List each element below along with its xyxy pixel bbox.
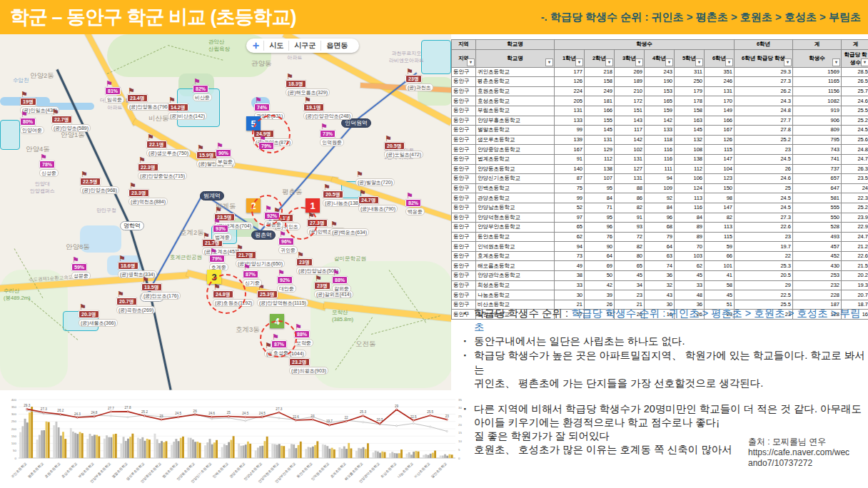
flag-icon: ⚑ [40, 154, 47, 161]
table-row[interactable]: 동안구호성초등학교20518117216517817024.3108224.6 [452, 96, 868, 106]
map-level-0[interactable]: 시도 [263, 41, 288, 51]
table-cell: 동안구 [452, 145, 476, 155]
filter-dropdown-icon[interactable]: ▾ [832, 59, 840, 66]
elementary-school-marker[interactable]: ⚑20.5명(공)포일초(472) [384, 136, 423, 158]
table-cell: 62 [555, 232, 585, 242]
table-col-header: 4학년▾ [645, 49, 675, 67]
map-level-1[interactable]: 시구군 [288, 41, 321, 51]
filter-dropdown-icon[interactable]: ▾ [861, 59, 868, 66]
filter-dropdown-icon[interactable]: ▾ [784, 59, 792, 66]
flag-icon: ⚑ [330, 221, 338, 228]
elementary-school-marker[interactable]: ⚑22.1명(공)샘모루초(750) [146, 134, 191, 157]
middle-school-marker[interactable]: ⚑93%범계중 [213, 218, 232, 241]
table-row[interactable]: 동안구호원초등학교22424921015317913126.2115625.7 [452, 86, 868, 96]
station-label[interactable]: 범계역 [200, 191, 224, 200]
table-cell: 66 [705, 251, 735, 261]
elementary-school-marker[interactable]: ⚑20.3명(공)새울초(366) [79, 304, 118, 327]
elementary-school-marker[interactable]: ⚑20.7명(공)곡란초(269) [116, 291, 156, 314]
table-row[interactable]: 동안구안양덕현초등학교97959196848227.355023.9 [452, 213, 868, 223]
middle-school-marker[interactable]: ⚑80%안양여중 [20, 111, 44, 134]
table-row[interactable]: 동안구부림초등학교13116615115915814924.891925.5 [452, 106, 868, 116]
svg-text:22.5: 22.5 [410, 415, 417, 419]
elementary-school-marker[interactable]: ⚑22.7명(공)안양초(589) [51, 109, 91, 132]
table-cell: 1569 [793, 67, 842, 77]
table-row[interactable]: 동안구평촌초등학교12615818919025024627.3116526.5 [452, 77, 868, 87]
svg-text:24.5: 24.5 [175, 412, 181, 415]
elementary-school-marker[interactable]: ⚑(공)벌말초(720) [355, 171, 395, 186]
middle-school-marker[interactable]: ⚑79%호계중 [209, 248, 228, 271]
table-row[interactable]: 동안구호계초등학교73648063103662245222.6 [452, 251, 868, 261]
filter-dropdown-icon[interactable]: ▾ [665, 59, 673, 66]
station-label[interactable]: 평촌역 [251, 230, 276, 240]
svg-text:23: 23 [311, 415, 315, 418]
elementary-school-marker[interactable]: ⚑23.4명(공)안양동초(796) [127, 88, 171, 111]
table-cell: 64 [645, 242, 675, 252]
table-row[interactable]: 동안구귀인초등학교17721826924331135129.3156928.5 [452, 67, 868, 77]
elementary-school-marker[interactable]: ⚑(공)백운초(634) [330, 221, 369, 236]
middle-school-marker[interactable]: ⚑82%백운중 [405, 193, 425, 215]
table-row[interactable]: 동안구민백초등학교7595881091241502564724 [452, 183, 868, 193]
filter-dropdown-icon[interactable]: ▾ [575, 59, 583, 66]
school-name-label: 안양여중 [20, 126, 44, 134]
map-level-control[interactable]: ✛ 시도시구군읍면동 [246, 39, 359, 53]
map-level-2[interactable]: 읍면동 [321, 41, 353, 51]
middle-school-marker[interactable]: ⚑90%부림중 [216, 143, 235, 166]
table-cell: 동안구 [452, 280, 476, 290]
highlight-circle [285, 207, 318, 240]
table-cell: 21.2 [842, 242, 868, 252]
table-row[interactable]: 동안구나눔초등학교30392343484522.522820.7 [452, 290, 868, 300]
middle-school-marker[interactable]: ⚑73%인덕원중 [320, 123, 344, 146]
table-row[interactable]: 동안구안양부흥초등학교13315514314216316627.790625.2 [452, 116, 868, 126]
table-row[interactable]: 동안구안양동초등학교1401381271111121042673726.3 [452, 164, 868, 174]
svg-text:0: 0 [15, 457, 17, 460]
middle-school-marker[interactable]: ⚑59%성문중 [71, 257, 91, 280]
svg-text:350: 350 [11, 405, 17, 409]
middle-school-marker[interactable]: ⚑81%임곡중 [105, 81, 124, 103]
table-row[interactable]: 동안구관양초등학교998486921139824.558122.3 [452, 193, 868, 203]
table-cell: 131 [615, 174, 645, 184]
table-row[interactable]: 동안구안양관악초등학교38504536454120.525320.2 [452, 271, 868, 281]
table-cell: 45 [675, 271, 705, 281]
table-row[interactable]: 동안구동안초등학교62767279891152349324.7 [452, 232, 868, 242]
filter-dropdown-icon[interactable]: ▾ [605, 59, 613, 66]
filter-dropdown-icon[interactable]: ▾ [725, 59, 733, 66]
table-row[interactable]: 동안구안양중앙초등학교1671291021161081152374324.8 [452, 145, 868, 155]
middle-school-marker[interactable]: ⚑82%비산중 [193, 78, 212, 101]
elementary-school-marker[interactable]: ⚑18.3명(공)해오름초(329) [286, 73, 330, 96]
elementary-school-marker[interactable]: ⚑22.5명(공)안양초(968) [80, 171, 119, 194]
elementary-school-marker[interactable]: ⚑18.6명(공)명학초(334) [118, 255, 157, 278]
elementary-school-marker[interactable]: ⚑23명(공)과천초 [405, 68, 433, 91]
elementary-school-marker[interactable]: ⚑23.3명(공)덕천초(884) [128, 183, 168, 205]
filter-dropdown-icon[interactable]: ▾ [635, 59, 643, 66]
school-name-label: 귀인중 [278, 246, 298, 254]
school-stats-table[interactable]: 지역학교명학생수6학년계계지역▾학교명▾1학년▾2학년▾3학년▾4학년▾5학년▾… [451, 39, 868, 320]
elementary-school-marker[interactable]: ⚑19.1명(공)안양관악초(248) [303, 97, 353, 120]
middle-school-marker[interactable]: ⚑78%신성중 [39, 154, 59, 177]
filter-dropdown-icon[interactable]: ▾ [467, 59, 475, 66]
middle-school-marker[interactable]: ⚑92%대안중 [277, 270, 296, 293]
table-row[interactable]: 동안구인덕원초등학교94908264705919.745721.2 [452, 242, 868, 252]
table-row[interactable]: 동안구안양신기초등학교871071319410612324.665723.5 [452, 174, 868, 184]
filter-dropdown-icon[interactable]: ▾ [545, 59, 553, 66]
elementary-school-marker[interactable]: ⚑24.7명(공)내동초(790) [358, 190, 398, 213]
middle-school-marker[interactable]: ⚑88%모락중 [294, 324, 313, 347]
table-cell: 41 [705, 271, 735, 281]
table-row[interactable]: 동안구안양남초등학교5271828411614724.555525.2 [452, 203, 868, 213]
elementary-school-marker[interactable]: ⚑20.5명(공)나눔초(138) [323, 184, 362, 207]
highlight-circle [206, 274, 246, 314]
table-row[interactable]: 동안구희성초등학교3342343233582923219.3 [452, 280, 868, 290]
table-row[interactable]: 동안구해오름초등학교496965746210125.343021.5 [452, 261, 868, 271]
naver-map[interactable]: ✛ 시도시구군읍면동 관양동안양2동안양1동안양4동안양8동비산동범계동호계2동… [0, 34, 451, 390]
table-row[interactable]: 동안구벌말초등학교9914511713314516727.880924.5 [452, 126, 868, 136]
table-row[interactable]: 동안구안양부안초등학교659693688911322.652822.9 [452, 223, 868, 233]
middle-school-marker[interactable]: ⚑87%신기중 [243, 264, 262, 287]
elementary-school-marker[interactable]: ⚑22.3명(공)안양중앙초(715) [138, 157, 187, 180]
table-row[interactable]: 동안구범계초등학교9111213111613814724.574124.7 [452, 154, 868, 164]
table-row[interactable]: 동안구샘모루초등학교13913114211813212625.279525.6 [452, 135, 868, 145]
per-class-count-badge: 19.1명 [303, 103, 324, 111]
table-cell: 550 [793, 213, 842, 223]
table-cell: 647 [793, 183, 842, 193]
station-label[interactable]: 명학역 [120, 221, 144, 230]
filter-dropdown-icon[interactable]: ▾ [695, 59, 703, 66]
middle-school-marker[interactable]: ⚑88%갈뫼중 [332, 270, 351, 293]
